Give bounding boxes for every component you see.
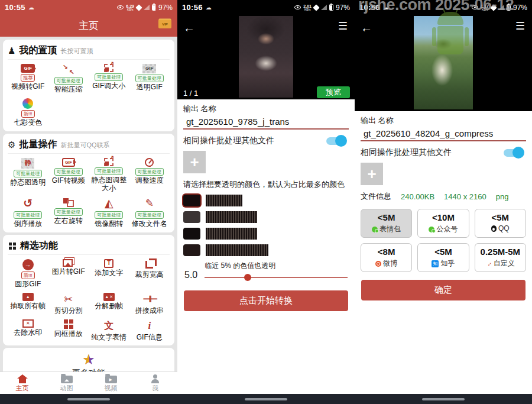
feature-item[interactable]: 可批量处理 调整速度 xyxy=(129,158,170,193)
feature-item[interactable]: 可批量处理 静态图透明 xyxy=(8,158,48,193)
feature-item[interactable]: 同框播放 xyxy=(48,319,89,342)
gesture-bar[interactable] xyxy=(0,394,177,404)
section-header: 精选功能 xyxy=(8,238,170,255)
file-format: png xyxy=(496,192,509,201)
color-option-row[interactable] xyxy=(183,228,349,240)
vip-icon[interactable]: VIP xyxy=(158,20,171,28)
add-file-button[interactable]: + xyxy=(361,163,383,185)
confirm-button[interactable]: 确定 xyxy=(361,280,525,300)
gesture-pill[interactable] xyxy=(422,398,465,400)
menu-icon[interactable]: ☰ xyxy=(515,21,525,31)
start-convert-button[interactable]: 点击开始转换 xyxy=(184,290,348,311)
nav-item[interactable]: 动图 xyxy=(44,372,89,394)
feature-item[interactable]: 可批量处理 修改文件名 xyxy=(129,197,170,228)
selected-image-thumbnail[interactable] xyxy=(239,16,293,98)
back-arrow-icon[interactable]: ← xyxy=(361,22,372,34)
feature-item[interactable]: GIF信息 xyxy=(129,319,170,342)
size-preset-button[interactable]: <5M QQ xyxy=(475,209,526,238)
feature-item[interactable]: 可批量处理 GIF调大小 xyxy=(89,64,129,94)
output-name-input[interactable]: gt_2025610_9785_j_trans xyxy=(183,114,349,130)
feature-item[interactable]: 剪切分割 xyxy=(48,293,89,315)
add-file-button[interactable]: + xyxy=(183,151,206,173)
tolerance-slider[interactable] xyxy=(205,277,348,278)
slider-thumb[interactable] xyxy=(244,274,251,281)
vpn-icon xyxy=(135,4,142,11)
color-swatch[interactable] xyxy=(183,244,200,256)
feature-label: 去除水印 xyxy=(14,329,42,337)
section-header: ♟ 我的置顶 长按可置顶 xyxy=(8,43,170,60)
preset-size: <8M xyxy=(361,247,411,257)
gif-video-icon xyxy=(62,158,75,167)
feature-item[interactable]: 可批量处理 镜像翻转 xyxy=(89,197,129,228)
watermark-text: rjshe.com 2025-06-12 xyxy=(358,0,514,14)
batch-toggle-switch[interactable] xyxy=(326,137,345,145)
compress-icon xyxy=(62,64,75,76)
feature-item[interactable]: 分解删帧 xyxy=(89,293,129,315)
signal-icon xyxy=(144,5,150,10)
output-name-label: 输出 名称 xyxy=(183,104,349,114)
color-swatch[interactable] xyxy=(183,228,200,240)
gesture-pill[interactable] xyxy=(245,398,287,400)
feature-item[interactable]: 可批量处理 静态图调整大小 xyxy=(89,158,129,193)
toggle-knob xyxy=(512,147,524,159)
size-preset-button[interactable]: <5M 表情包 xyxy=(361,209,412,238)
nav-label: 我 xyxy=(152,384,158,393)
feature-item[interactable]: 可批量处理 左右旋转 xyxy=(48,197,89,228)
color-option-row[interactable] xyxy=(183,211,349,223)
battery-percent: 97% xyxy=(336,4,350,12)
nav-item[interactable]: 我 xyxy=(133,372,177,394)
feature-item[interactable]: 图片转GIF xyxy=(48,259,89,289)
feature-item[interactable]: 新!!! 圆形GIF xyxy=(8,259,48,289)
back-arrow-icon[interactable]: ← xyxy=(183,22,195,34)
preset-name: 知乎 xyxy=(440,258,455,269)
feature-item[interactable]: 可批量处理 倒序播放 xyxy=(8,197,48,228)
more-functions-button[interactable]: 更多功能 xyxy=(3,348,174,371)
feature-item[interactable]: 去除水印 xyxy=(8,319,48,342)
section-subtitle: 新批量可QQ联系 xyxy=(60,141,109,150)
section-header: ⚙ 批量操作 新批量可QQ联系 xyxy=(8,137,170,154)
size-preset-button[interactable]: 0.25M-5M 自定义 xyxy=(475,243,526,272)
size-preset-button[interactable]: <8M 微博 xyxy=(361,243,412,272)
qq-icon xyxy=(491,225,497,232)
batch-toggle-label: 相同操作批处理其他文件 xyxy=(183,135,274,146)
feature-item[interactable]: 可批量处理 GIF转视频 xyxy=(48,158,89,193)
weibo-icon xyxy=(375,261,381,267)
color-swatch[interactable] xyxy=(183,211,200,223)
feature-item[interactable]: 抽取所有帧 xyxy=(8,293,48,315)
section-title: 批量操作 xyxy=(19,138,57,151)
feature-item[interactable]: 推荐 视频转GIF xyxy=(8,64,48,94)
nav-item[interactable]: 视频 xyxy=(89,372,133,394)
feature-badge: 可批量处理 xyxy=(135,211,164,219)
gesture-bar[interactable] xyxy=(177,394,355,404)
feature-item[interactable]: 添加文字 xyxy=(89,259,129,289)
batch-toggle-switch[interactable] xyxy=(504,149,522,157)
feature-label: 调整速度 xyxy=(135,177,164,185)
color-option-row[interactable] xyxy=(183,244,349,256)
color-option-row[interactable] xyxy=(183,195,349,206)
preview-button[interactable]: 预览 xyxy=(317,86,350,98)
remove-watermark-icon xyxy=(22,319,34,328)
feature-label: 剪切分割 xyxy=(54,307,83,315)
menu-icon[interactable]: ☰ xyxy=(338,21,348,31)
home-scroll-area[interactable]: ♟ 我的置顶 长按可置顶 推荐 视频转GIF 可批量处理 智能压缩 xyxy=(0,37,177,371)
feature-item[interactable]: 新!!! 七彩变色 xyxy=(8,98,48,127)
feature-badge: 新!!! xyxy=(21,110,35,118)
nav-item[interactable]: 主页 xyxy=(0,372,44,394)
feature-item[interactable]: 可批量处理 透明GIF xyxy=(129,64,170,94)
gesture-pill[interactable] xyxy=(67,398,110,400)
rotate-icon xyxy=(63,197,74,207)
image-gif-icon xyxy=(63,259,73,267)
feature-item[interactable]: 纯文字表情 xyxy=(89,319,129,342)
feature-label: 拼接成串 xyxy=(135,307,164,315)
gesture-bar[interactable] xyxy=(355,394,532,404)
size-preset-button[interactable]: <10M 公众号 xyxy=(417,209,469,238)
battery-icon xyxy=(152,4,156,11)
feature-item[interactable]: 裁剪宽高 xyxy=(129,259,170,289)
feature-item[interactable]: 拼接成串 xyxy=(129,293,170,315)
output-name-input[interactable]: gt_2025610_48204_g_compress xyxy=(361,126,526,141)
feature-label: 智能压缩 xyxy=(54,86,83,94)
preset-size: <5M xyxy=(418,247,468,257)
size-preset-button[interactable]: <5M 知乎 xyxy=(417,243,469,272)
feature-item[interactable]: 可批量处理 智能压缩 xyxy=(48,64,89,94)
color-swatch[interactable] xyxy=(183,195,200,206)
